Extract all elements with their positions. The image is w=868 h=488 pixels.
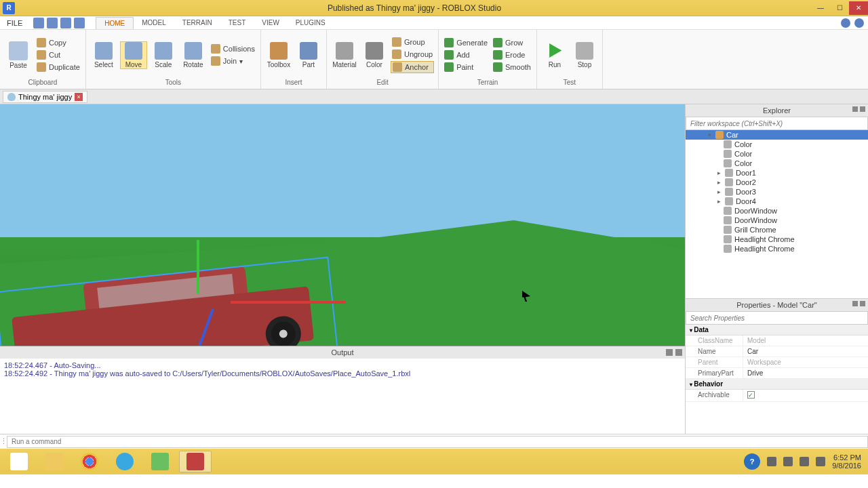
join-dropdown[interactable]: Join ▾ [210,56,256,66]
tree-item[interactable]: ▸Door4 [686,197,868,206]
ungroup-button[interactable]: Ungroup [391,49,434,60]
expand-icon[interactable]: ▸ [715,198,722,205]
stop-button[interactable]: Stop [571,42,598,68]
ribbon-group-edit: Material Color Group Ungroup Anchor Edit [327,30,439,89]
generate-icon [444,38,454,47]
tab-plugins[interactable]: PLUGINS [288,17,334,29]
explorer-close-icon[interactable] [860,106,865,112]
scale-tool[interactable]: Scale [150,42,177,68]
file-menu[interactable]: FILE [0,18,29,28]
taskbar-camtasia[interactable] [144,451,176,472]
tree-item[interactable]: ▸Door3 [686,187,868,197]
volume-icon[interactable] [816,457,825,466]
property-category-behavior[interactable]: Behavior [686,379,868,390]
rotate-tool[interactable]: Rotate [180,42,207,68]
grip-icon[interactable]: ⋮ [0,437,7,446]
tree-item[interactable]: ▸Door2 [686,178,868,187]
move-tool[interactable]: Move [120,41,147,69]
taskbar-chrome[interactable] [73,451,106,472]
maximize-button[interactable]: ☐ [830,1,849,15]
network-icon[interactable] [800,457,809,466]
add-icon [444,50,454,60]
material-button[interactable]: Material [331,42,358,68]
property-row[interactable]: PrimaryPartDrive [686,368,868,379]
checkbox-icon[interactable] [747,391,755,399]
property-row[interactable]: Archivable [686,390,868,402]
output-body[interactable]: 18:52:24.467 - Auto-Saving... 18:52:24.4… [0,359,685,434]
tree-item[interactable]: Headlight Chrome [686,244,868,253]
collapse-icon[interactable]: ▾ [706,131,713,138]
axis-x-handle[interactable] [231,301,346,304]
viewport-3d[interactable] [0,104,685,346]
collapse-ribbon-icon[interactable] [841,18,850,28]
tray-icon[interactable] [783,457,793,466]
properties-search-input[interactable] [686,311,868,325]
tree-item[interactable]: Grill Chrome [686,225,868,235]
tree-item[interactable]: ▸Door1 [686,168,868,178]
command-input[interactable] [7,436,868,448]
tab-home[interactable]: HOME [96,17,134,29]
run-button[interactable]: Run [541,42,568,68]
axis-y-handle[interactable] [197,240,199,294]
undo-icon[interactable] [47,18,58,28]
anchor-button[interactable]: Anchor [391,61,434,73]
document-tab[interactable]: Thingy ma' jiggy × [3,91,87,103]
tab-view[interactable]: VIEW [254,17,288,29]
tab-test[interactable]: TEST [220,17,254,29]
qat-more-icon[interactable] [74,18,85,28]
tree-item[interactable]: Color [686,149,868,159]
expand-icon[interactable]: ▸ [715,169,722,176]
redo-icon[interactable] [60,18,71,28]
tab-terrain[interactable]: TERRAIN [174,17,220,29]
cut-button[interactable]: Cut [35,49,81,60]
collisions-toggle[interactable]: Collisions [210,43,256,54]
explorer-tree[interactable]: ▾ Car ColorColorColor▸Door1▸Door2▸Door3▸… [686,130,868,298]
explorer-filter-input[interactable] [686,117,868,130]
tray-icon[interactable] [767,457,776,466]
terrain-add-button[interactable]: Add [443,49,489,60]
part-icon [724,207,732,215]
output-undock-icon[interactable] [666,349,673,356]
paste-button[interactable]: Paste [4,33,33,77]
part-button[interactable]: Part [295,42,322,68]
start-button[interactable] [3,451,35,472]
terrain-paint-button[interactable]: Paint [443,62,489,73]
toolbox-button[interactable]: Toolbox [265,42,292,68]
expand-icon[interactable]: ▸ [715,188,722,195]
select-tool[interactable]: Select [90,42,117,68]
close-button[interactable]: ✕ [849,1,868,15]
terrain-smooth-button[interactable]: Smooth [492,62,532,73]
clock[interactable]: 6:52 PM 9/8/2016 [832,453,865,470]
group-button[interactable]: Group [391,37,434,47]
properties-close-icon[interactable] [860,301,865,306]
tree-item[interactable]: Headlight Chrome [686,235,868,244]
properties-grid[interactable]: Data ClassNameModelNameCarParentWorkspac… [686,325,868,434]
output-close-icon[interactable] [675,349,682,356]
explorer-undock-icon[interactable] [852,106,858,112]
expand-icon[interactable]: ▸ [715,179,722,186]
color-button[interactable]: Color [361,42,388,68]
help-tray-icon[interactable]: ? [744,453,760,470]
taskbar-skype[interactable] [108,451,141,472]
taskbar-roblox-studio[interactable] [179,451,212,472]
join-icon [211,56,220,66]
tree-item[interactable]: Color [686,140,868,149]
duplicate-button[interactable]: Duplicate [35,62,81,73]
minimize-button[interactable]: — [811,1,830,15]
tree-item-car[interactable]: ▾ Car [686,130,868,140]
tree-item[interactable]: DoorWindow [686,216,868,225]
property-row[interactable]: NameCar [686,346,868,357]
tree-item[interactable]: DoorWindow [686,206,868,216]
terrain-grow-button[interactable]: Grow [492,37,532,48]
properties-undock-icon[interactable] [852,301,858,306]
close-tab-button[interactable]: × [75,93,83,101]
tree-item[interactable]: Color [686,159,868,168]
copy-button[interactable]: Copy [35,37,81,48]
taskbar-explorer[interactable] [38,451,71,472]
terrain-erode-button[interactable]: Erode [492,49,532,60]
help-icon[interactable] [854,18,864,28]
save-icon[interactable] [33,18,44,28]
property-category-data[interactable]: Data [686,325,868,336]
terrain-generate-button[interactable]: Generate [443,37,489,48]
tab-model[interactable]: MODEL [134,17,174,29]
